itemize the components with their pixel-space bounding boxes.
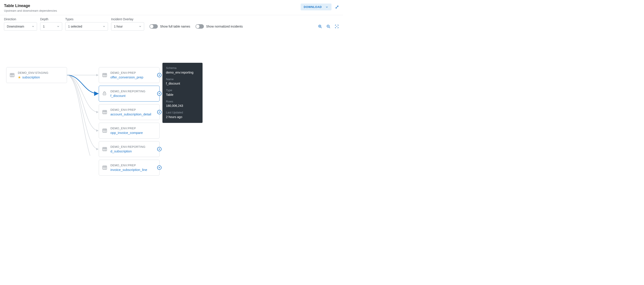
types-select[interactable]: 1 selected xyxy=(65,22,108,31)
tooltip-type-value: Table xyxy=(166,92,199,97)
download-label: DOWNLOAD xyxy=(304,5,322,8)
node-namespace: DEMO_ENV:PREP xyxy=(110,127,143,130)
lock-icon xyxy=(102,91,107,96)
node-name: f_discount xyxy=(110,94,146,98)
expand-node-button[interactable] xyxy=(157,110,162,114)
node-namespace: DEMO_ENV:STAGING xyxy=(18,71,48,74)
lineage-node[interactable]: DEMO_ENV:PREP opp_invoice_compare xyxy=(99,123,160,139)
tooltip-updated-label: Last Updated xyxy=(166,110,199,115)
chevron-down-icon xyxy=(32,25,34,28)
svg-line-2 xyxy=(321,27,322,28)
node-namespace: DEMO_ENV:PREP xyxy=(110,164,147,167)
zoom-out-button[interactable] xyxy=(326,24,330,29)
tooltip-name-value: f_discount xyxy=(166,81,199,86)
show-normalized-incidents-toggle[interactable] xyxy=(196,24,204,29)
direction-label: Direction xyxy=(4,17,37,21)
zoom-in-icon xyxy=(318,24,322,29)
show-full-names-label: Show full table names xyxy=(160,25,190,28)
node-name: subscription xyxy=(22,75,40,79)
fit-screen-icon xyxy=(334,24,339,29)
tooltip-type-label: Type xyxy=(166,88,199,92)
incident-overlay-select[interactable]: 1 hour xyxy=(111,22,144,31)
expand-button[interactable] xyxy=(335,5,339,9)
chevron-down-icon xyxy=(57,25,60,28)
types-label: Types xyxy=(65,17,108,21)
chevron-down-icon xyxy=(102,25,106,28)
svg-rect-23 xyxy=(103,110,107,114)
table-icon xyxy=(102,72,107,78)
page-title: Table Lineage xyxy=(4,3,57,8)
chevron-down-icon xyxy=(325,5,328,8)
lineage-node-root[interactable]: DEMO_ENV:STAGING subscription xyxy=(6,67,67,83)
svg-line-0 xyxy=(336,6,338,8)
chevron-down-icon xyxy=(139,25,142,28)
download-button[interactable]: DOWNLOAD xyxy=(300,3,332,10)
tooltip-updated-value: 2 hours ago xyxy=(166,115,199,119)
node-name: d_subscription xyxy=(110,149,146,153)
star-icon xyxy=(18,76,21,79)
lineage-node[interactable]: DEMO_ENV:REPORTING d_subscription xyxy=(99,141,160,157)
tooltip-rows-label: Rows xyxy=(166,99,199,104)
table-icon xyxy=(102,146,107,152)
svg-point-8 xyxy=(336,26,337,27)
show-normalized-incidents-label: Show normalized incidents xyxy=(206,25,243,28)
svg-rect-33 xyxy=(103,147,107,151)
node-namespace: DEMO_ENV:PREP xyxy=(110,108,151,111)
depth-value: 1 xyxy=(43,25,45,28)
svg-line-6 xyxy=(329,27,330,28)
table-icon xyxy=(102,165,107,170)
node-name: opp_invoice_compare xyxy=(110,131,143,135)
tooltip-schema-value: demo_env:reporting xyxy=(166,70,199,75)
show-full-names-toggle[interactable] xyxy=(150,24,158,29)
lineage-node[interactable]: DEMO_ENV:PREP account_subscription_detai… xyxy=(99,104,160,120)
page-subtitle: Upstream and downstream dependencies xyxy=(4,9,57,12)
fit-screen-button[interactable] xyxy=(334,24,339,29)
node-namespace: DEMO_ENV:REPORTING xyxy=(110,90,146,93)
depth-select[interactable]: 1 xyxy=(40,22,62,31)
expand-node-button[interactable] xyxy=(157,147,162,151)
incident-overlay-value: 1 hour xyxy=(114,25,123,28)
lineage-node[interactable]: DEMO_ENV:PREP invoice_subscription_line xyxy=(99,160,160,176)
node-tooltip: Schema demo_env:reporting Name f_discoun… xyxy=(162,63,202,123)
node-name: account_subscription_detail xyxy=(110,112,151,116)
direction-value: Downstream xyxy=(7,25,24,28)
depth-label: Depth xyxy=(40,17,62,21)
svg-rect-29 xyxy=(103,129,107,132)
expand-node-button[interactable] xyxy=(157,91,162,96)
lineage-node[interactable]: DEMO_ENV:PREP offer_conversion_prep xyxy=(99,67,160,83)
filter-bar: Direction Downstream Depth 1 Types 1 sel… xyxy=(0,15,343,32)
svg-rect-13 xyxy=(103,73,107,77)
node-namespace: DEMO_ENV:PREP xyxy=(110,71,143,74)
zoom-in-button[interactable] xyxy=(318,24,322,29)
lineage-canvas[interactable]: DEMO_ENV:STAGING subscription DEMO_ENV:P… xyxy=(0,32,343,156)
svg-rect-9 xyxy=(10,73,14,77)
direction-select[interactable]: Downstream xyxy=(4,22,37,31)
expand-node-button[interactable] xyxy=(157,165,162,170)
zoom-out-icon xyxy=(326,24,330,29)
table-icon xyxy=(102,109,107,115)
svg-point-20 xyxy=(104,94,105,94)
expand-node-button[interactable] xyxy=(157,73,162,77)
tooltip-name-label: Name xyxy=(166,77,199,81)
types-value: 1 selected xyxy=(68,25,82,28)
svg-rect-39 xyxy=(103,166,107,169)
table-icon xyxy=(102,128,107,133)
node-namespace: DEMO_ENV:REPORTING xyxy=(110,145,146,148)
tooltip-schema-label: Schema xyxy=(166,66,199,70)
lineage-node[interactable]: DEMO_ENV:REPORTING f_discount xyxy=(99,86,160,101)
node-name: invoice_subscription_line xyxy=(110,168,147,172)
header: Table Lineage Upstream and downstream de… xyxy=(0,0,343,15)
table-icon xyxy=(10,72,15,78)
node-name: offer_conversion_prep xyxy=(110,75,143,79)
expand-icon xyxy=(335,5,339,9)
incident-overlay-label: Incident Overlay xyxy=(111,17,144,21)
tooltip-rows-value: 180,006,243 xyxy=(166,103,199,108)
